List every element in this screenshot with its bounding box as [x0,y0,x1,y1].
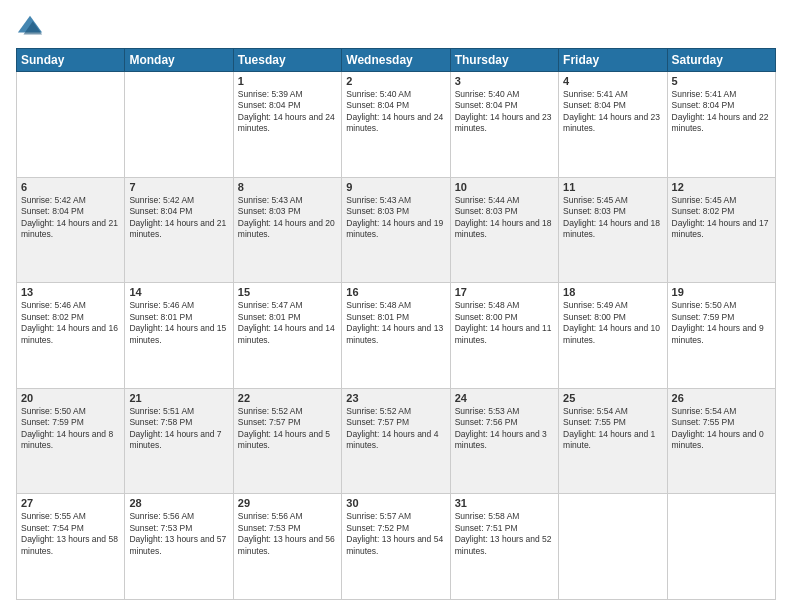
day-info: Sunrise: 5:54 AMSunset: 7:55 PMDaylight:… [563,406,662,452]
day-number: 24 [455,392,554,404]
calendar-cell: 30Sunrise: 5:57 AMSunset: 7:52 PMDayligh… [342,494,450,600]
calendar: SundayMondayTuesdayWednesdayThursdayFrid… [16,48,776,600]
calendar-cell: 28Sunrise: 5:56 AMSunset: 7:53 PMDayligh… [125,494,233,600]
day-info: Sunrise: 5:52 AMSunset: 7:57 PMDaylight:… [346,406,445,452]
day-info: Sunrise: 5:45 AMSunset: 8:02 PMDaylight:… [672,195,771,241]
calendar-cell [667,494,775,600]
day-info: Sunrise: 5:55 AMSunset: 7:54 PMDaylight:… [21,511,120,557]
calendar-cell: 2Sunrise: 5:40 AMSunset: 8:04 PMDaylight… [342,72,450,178]
calendar-cell: 4Sunrise: 5:41 AMSunset: 8:04 PMDaylight… [559,72,667,178]
day-number: 29 [238,497,337,509]
day-info: Sunrise: 5:45 AMSunset: 8:03 PMDaylight:… [563,195,662,241]
calendar-cell: 12Sunrise: 5:45 AMSunset: 8:02 PMDayligh… [667,177,775,283]
calendar-header-tuesday: Tuesday [233,49,341,72]
calendar-cell [559,494,667,600]
day-info: Sunrise: 5:56 AMSunset: 7:53 PMDaylight:… [238,511,337,557]
calendar-cell: 18Sunrise: 5:49 AMSunset: 8:00 PMDayligh… [559,283,667,389]
calendar-cell: 23Sunrise: 5:52 AMSunset: 7:57 PMDayligh… [342,388,450,494]
day-info: Sunrise: 5:48 AMSunset: 8:00 PMDaylight:… [455,300,554,346]
calendar-header-wednesday: Wednesday [342,49,450,72]
day-number: 11 [563,181,662,193]
day-number: 26 [672,392,771,404]
calendar-header-monday: Monday [125,49,233,72]
day-info: Sunrise: 5:43 AMSunset: 8:03 PMDaylight:… [346,195,445,241]
calendar-header-thursday: Thursday [450,49,558,72]
day-number: 22 [238,392,337,404]
day-number: 31 [455,497,554,509]
day-info: Sunrise: 5:57 AMSunset: 7:52 PMDaylight:… [346,511,445,557]
day-number: 9 [346,181,445,193]
page: SundayMondayTuesdayWednesdayThursdayFrid… [0,0,792,612]
day-info: Sunrise: 5:53 AMSunset: 7:56 PMDaylight:… [455,406,554,452]
day-number: 14 [129,286,228,298]
calendar-cell: 9Sunrise: 5:43 AMSunset: 8:03 PMDaylight… [342,177,450,283]
calendar-cell: 14Sunrise: 5:46 AMSunset: 8:01 PMDayligh… [125,283,233,389]
day-number: 7 [129,181,228,193]
day-info: Sunrise: 5:51 AMSunset: 7:58 PMDaylight:… [129,406,228,452]
calendar-header-saturday: Saturday [667,49,775,72]
calendar-cell: 31Sunrise: 5:58 AMSunset: 7:51 PMDayligh… [450,494,558,600]
day-info: Sunrise: 5:42 AMSunset: 8:04 PMDaylight:… [21,195,120,241]
day-number: 4 [563,75,662,87]
day-number: 25 [563,392,662,404]
day-number: 19 [672,286,771,298]
calendar-week-4: 20Sunrise: 5:50 AMSunset: 7:59 PMDayligh… [17,388,776,494]
day-number: 30 [346,497,445,509]
calendar-cell: 7Sunrise: 5:42 AMSunset: 8:04 PMDaylight… [125,177,233,283]
day-info: Sunrise: 5:41 AMSunset: 8:04 PMDaylight:… [672,89,771,135]
day-info: Sunrise: 5:41 AMSunset: 8:04 PMDaylight:… [563,89,662,135]
day-number: 18 [563,286,662,298]
calendar-cell: 13Sunrise: 5:46 AMSunset: 8:02 PMDayligh… [17,283,125,389]
day-info: Sunrise: 5:46 AMSunset: 8:01 PMDaylight:… [129,300,228,346]
calendar-week-2: 6Sunrise: 5:42 AMSunset: 8:04 PMDaylight… [17,177,776,283]
calendar-cell: 22Sunrise: 5:52 AMSunset: 7:57 PMDayligh… [233,388,341,494]
day-number: 6 [21,181,120,193]
day-info: Sunrise: 5:50 AMSunset: 7:59 PMDaylight:… [672,300,771,346]
calendar-cell: 20Sunrise: 5:50 AMSunset: 7:59 PMDayligh… [17,388,125,494]
calendar-cell: 25Sunrise: 5:54 AMSunset: 7:55 PMDayligh… [559,388,667,494]
calendar-header-row: SundayMondayTuesdayWednesdayThursdayFrid… [17,49,776,72]
calendar-cell: 26Sunrise: 5:54 AMSunset: 7:55 PMDayligh… [667,388,775,494]
logo-icon [16,12,44,40]
calendar-cell: 27Sunrise: 5:55 AMSunset: 7:54 PMDayligh… [17,494,125,600]
calendar-cell: 19Sunrise: 5:50 AMSunset: 7:59 PMDayligh… [667,283,775,389]
day-number: 3 [455,75,554,87]
day-info: Sunrise: 5:47 AMSunset: 8:01 PMDaylight:… [238,300,337,346]
day-number: 1 [238,75,337,87]
calendar-cell: 8Sunrise: 5:43 AMSunset: 8:03 PMDaylight… [233,177,341,283]
calendar-cell: 21Sunrise: 5:51 AMSunset: 7:58 PMDayligh… [125,388,233,494]
calendar-header-sunday: Sunday [17,49,125,72]
day-number: 10 [455,181,554,193]
calendar-week-3: 13Sunrise: 5:46 AMSunset: 8:02 PMDayligh… [17,283,776,389]
day-number: 27 [21,497,120,509]
day-info: Sunrise: 5:50 AMSunset: 7:59 PMDaylight:… [21,406,120,452]
day-number: 5 [672,75,771,87]
calendar-cell: 29Sunrise: 5:56 AMSunset: 7:53 PMDayligh… [233,494,341,600]
day-number: 20 [21,392,120,404]
day-info: Sunrise: 5:39 AMSunset: 8:04 PMDaylight:… [238,89,337,135]
calendar-cell: 5Sunrise: 5:41 AMSunset: 8:04 PMDaylight… [667,72,775,178]
calendar-cell: 24Sunrise: 5:53 AMSunset: 7:56 PMDayligh… [450,388,558,494]
day-number: 12 [672,181,771,193]
calendar-cell: 3Sunrise: 5:40 AMSunset: 8:04 PMDaylight… [450,72,558,178]
day-info: Sunrise: 5:44 AMSunset: 8:03 PMDaylight:… [455,195,554,241]
day-number: 21 [129,392,228,404]
day-info: Sunrise: 5:40 AMSunset: 8:04 PMDaylight:… [346,89,445,135]
calendar-cell: 15Sunrise: 5:47 AMSunset: 8:01 PMDayligh… [233,283,341,389]
calendar-cell: 16Sunrise: 5:48 AMSunset: 8:01 PMDayligh… [342,283,450,389]
calendar-cell: 10Sunrise: 5:44 AMSunset: 8:03 PMDayligh… [450,177,558,283]
calendar-header-friday: Friday [559,49,667,72]
day-number: 16 [346,286,445,298]
day-number: 28 [129,497,228,509]
logo [16,12,48,40]
day-info: Sunrise: 5:48 AMSunset: 8:01 PMDaylight:… [346,300,445,346]
day-number: 23 [346,392,445,404]
day-number: 15 [238,286,337,298]
calendar-cell: 1Sunrise: 5:39 AMSunset: 8:04 PMDaylight… [233,72,341,178]
calendar-cell: 6Sunrise: 5:42 AMSunset: 8:04 PMDaylight… [17,177,125,283]
day-info: Sunrise: 5:42 AMSunset: 8:04 PMDaylight:… [129,195,228,241]
day-info: Sunrise: 5:58 AMSunset: 7:51 PMDaylight:… [455,511,554,557]
calendar-cell: 17Sunrise: 5:48 AMSunset: 8:00 PMDayligh… [450,283,558,389]
calendar-cell: 11Sunrise: 5:45 AMSunset: 8:03 PMDayligh… [559,177,667,283]
day-number: 17 [455,286,554,298]
